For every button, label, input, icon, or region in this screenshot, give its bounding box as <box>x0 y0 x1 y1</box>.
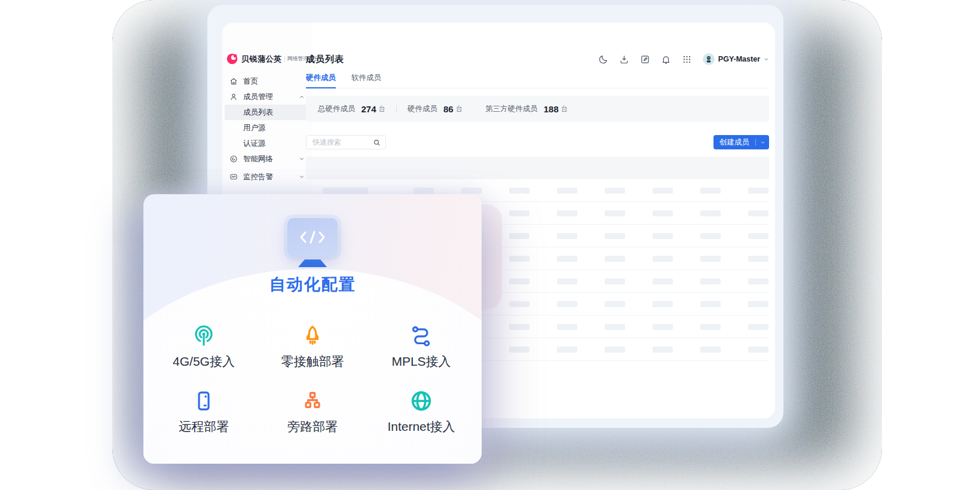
skeleton-cell <box>414 188 434 194</box>
skeleton-cell <box>557 188 577 194</box>
monitor-screen <box>287 218 338 256</box>
skeleton-cell <box>748 301 768 307</box>
skeleton-cell <box>700 324 721 330</box>
feature-internet: Internet接入 <box>387 389 455 435</box>
sidebar-item-label: 成员列表 <box>243 108 273 118</box>
stats-bar: 总硬件成员 274 台 硬件成员 86 台 第三方硬件成员 188 台 <box>306 96 769 122</box>
download-icon[interactable] <box>619 54 629 65</box>
skeleton-cell <box>557 324 577 330</box>
page-title: 成员列表 <box>306 54 344 65</box>
card-title: 自动化配置 <box>143 274 482 295</box>
skeleton-cell <box>653 210 673 216</box>
stat-label: 第三方硬件成员 <box>485 104 538 114</box>
app-grid-icon[interactable] <box>682 54 692 65</box>
feature-grid: 4G/5G接入 零接触部署 MPLS接入 <box>149 324 476 435</box>
skeleton-cell <box>748 188 768 194</box>
broadcast-icon <box>192 324 216 348</box>
skeleton-cell <box>700 347 721 353</box>
search-input[interactable] <box>311 137 373 147</box>
stat-unit: 台 <box>456 105 463 114</box>
skeleton-cell <box>700 256 721 262</box>
tab-software-members[interactable]: 软件成员 <box>351 73 381 87</box>
skeleton-cell <box>557 256 577 262</box>
page-background: 贝锐蒲公英 网络管理平台 首页 成员管理 <box>0 0 980 490</box>
skeleton-cell <box>509 301 529 307</box>
notification-bell-icon[interactable] <box>661 54 671 65</box>
skeleton-cell <box>653 278 673 284</box>
stat-unit: 台 <box>561 105 568 114</box>
skeleton-cell <box>653 347 673 353</box>
brand: 贝锐蒲公英 网络管理平台 <box>226 53 312 65</box>
skeleton-cell <box>653 324 673 330</box>
stat-value: 274 <box>362 104 376 114</box>
create-member-button: 创建成员 <box>713 135 769 149</box>
feature-4g5g: 4G/5G接入 <box>173 324 235 370</box>
feature-mpls: MPLS接入 <box>391 324 451 370</box>
skeleton-cell <box>605 233 625 239</box>
smart-network-icon <box>229 155 238 163</box>
sidebar-item-monitor-alert[interactable]: 监控告警 <box>225 169 310 185</box>
chevron-down-icon <box>299 156 305 162</box>
skeleton-cell <box>748 256 768 262</box>
skeleton-cell <box>653 233 673 239</box>
feature-label: 4G/5G接入 <box>173 353 235 370</box>
feature-label: 旁路部署 <box>287 418 338 435</box>
form-edit-icon[interactable] <box>640 54 650 65</box>
sidebar-item-label: 用户源 <box>243 123 266 133</box>
skeleton-cell <box>509 278 529 284</box>
sidebar-item-smart-network[interactable]: 智能网络 <box>225 151 310 167</box>
rocket-icon <box>301 324 324 348</box>
skeleton-cell <box>605 324 625 330</box>
tab-hardware-members[interactable]: 硬件成员 <box>306 73 336 88</box>
skeleton-cell <box>557 301 577 307</box>
skeleton-cell <box>557 278 577 284</box>
table-header-skeleton <box>306 157 769 179</box>
skeleton-cell <box>605 278 625 284</box>
automation-feature-card: 自动化配置 4G/5G接入 零接触部署 <box>143 194 482 464</box>
phone-icon <box>192 389 216 413</box>
skeleton-cell <box>509 233 529 239</box>
sitemap-icon <box>301 389 324 413</box>
sidebar-item-label: 监控告警 <box>243 172 273 182</box>
skeleton-cell <box>748 278 768 284</box>
feature-bypass-deploy: 旁路部署 <box>287 389 338 435</box>
skeleton-cell <box>605 188 625 194</box>
user-icon <box>229 93 238 101</box>
brand-logo-icon <box>226 53 238 65</box>
sidebar-item-user-source[interactable]: 用户源 <box>225 120 310 136</box>
create-member-label[interactable]: 创建成员 <box>713 137 755 148</box>
dark-mode-icon[interactable] <box>598 54 608 65</box>
skeleton-cell <box>748 210 768 216</box>
search-icon[interactable] <box>373 139 381 146</box>
skeleton-cell <box>509 210 529 216</box>
route-icon <box>409 324 433 348</box>
skeleton-cell <box>700 278 721 284</box>
skeleton-cell <box>653 256 673 262</box>
home-icon <box>229 77 238 85</box>
skeleton-cell <box>700 301 721 307</box>
skeleton-cell <box>557 233 577 239</box>
create-member-dropdown[interactable] <box>756 140 769 145</box>
top-bar: 成员列表 <box>306 50 769 68</box>
stat-value: 188 <box>544 104 559 114</box>
sidebar-item-member-management[interactable]: 成员管理 <box>225 89 310 105</box>
tab-bar: 硬件成员 软件成员 <box>306 73 769 88</box>
user-menu[interactable]: PGY-Master <box>703 53 769 65</box>
skeleton-cell <box>700 210 721 216</box>
sidebar-item-auth-source[interactable]: 认证源 <box>225 136 310 151</box>
sidebar-nav: 首页 成员管理 成员列表 用户源 <box>222 74 312 185</box>
stat-value: 86 <box>443 104 454 114</box>
sidebar-item-label: 智能网络 <box>243 154 273 164</box>
sidebar-item-member-list[interactable]: 成员列表 <box>225 105 310 120</box>
skeleton-cell <box>653 188 673 194</box>
skeleton-cell <box>461 188 482 194</box>
skeleton-cell <box>509 347 529 353</box>
sidebar-item-home[interactable]: 首页 <box>225 74 310 89</box>
skeleton-cell <box>557 347 577 353</box>
skeleton-cell <box>509 188 529 194</box>
feature-label: Internet接入 <box>387 418 455 435</box>
skeleton-cell <box>557 210 577 216</box>
table-toolbar: 创建成员 <box>306 135 769 149</box>
skeleton-cell <box>605 210 625 216</box>
feature-label: MPLS接入 <box>391 353 451 370</box>
